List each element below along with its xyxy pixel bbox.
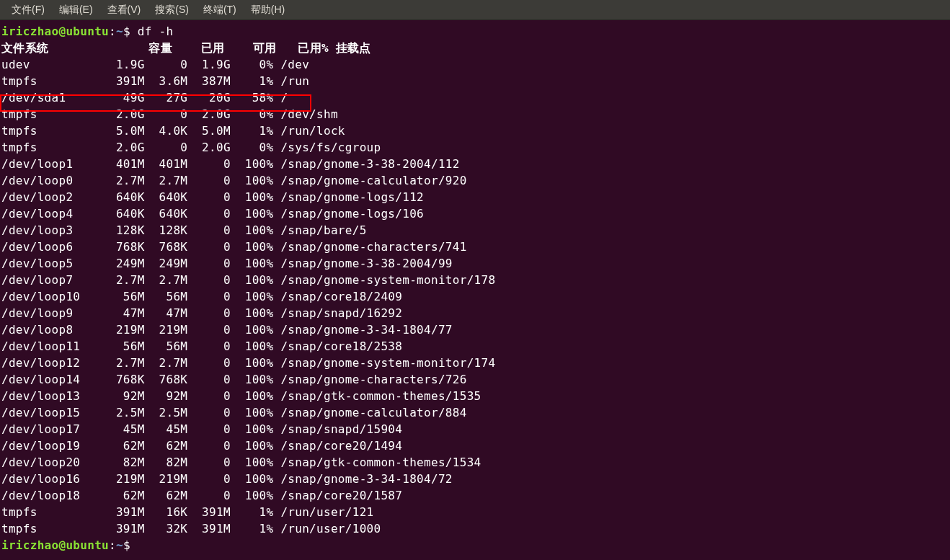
- df-row: /dev/loop2 640K 640K 0 100% /snap/gnome-…: [1, 190, 424, 204]
- prompt-symbol: $: [123, 25, 138, 38]
- df-row: /dev/loop17 45M 45M 0 100% /snap/snapd/1…: [1, 422, 402, 436]
- df-header: 文件系统 容量 已用 可用 已用% 挂载点: [1, 41, 371, 55]
- df-row: /dev/sda1 49G 27G 20G 58% /: [1, 91, 288, 105]
- prompt-sep: :: [109, 538, 116, 552]
- df-row: /dev/loop7 2.7M 2.7M 0 100% /snap/gnome-…: [1, 273, 495, 287]
- terminal-area[interactable]: iriczhao@ubuntu:~$ df -h文件系统 容量 已用 可用 已用…: [0, 20, 950, 554]
- df-row: /dev/loop16 219M 219M 0 100% /snap/gnome…: [1, 472, 453, 486]
- df-row: /dev/loop1 401M 401M 0 100% /snap/gnome-…: [1, 157, 460, 171]
- df-row: tmpfs 391M 16K 391M 1% /run/user/121: [1, 505, 374, 519]
- menu-file[interactable]: 文件(F): [4, 4, 52, 17]
- df-row: /dev/loop0 2.7M 2.7M 0 100% /snap/gnome-…: [1, 174, 467, 187]
- prompt-user-host: iriczhao@ubuntu: [1, 25, 109, 38]
- df-row: /dev/loop20 82M 82M 0 100% /snap/gtk-com…: [1, 455, 481, 469]
- df-row: tmpfs 391M 32K 391M 1% /run/user/1000: [1, 522, 381, 535]
- df-row: /dev/loop4 640K 640K 0 100% /snap/gnome-…: [1, 207, 424, 221]
- menu-edit[interactable]: 编辑(E): [52, 4, 100, 17]
- df-row: /dev/loop11 56M 56M 0 100% /snap/core18/…: [1, 339, 402, 353]
- prompt-path: ~: [116, 538, 123, 552]
- command-text: df -h: [138, 25, 174, 38]
- prompt-sep: :: [109, 25, 116, 38]
- df-row: /dev/loop12 2.7M 2.7M 0 100% /snap/gnome…: [1, 356, 495, 370]
- df-row: tmpfs 2.0G 0 2.0G 0% /sys/fs/cgroup: [1, 141, 381, 154]
- prompt-path: ~: [116, 25, 123, 38]
- menu-help[interactable]: 帮助(H): [244, 4, 292, 17]
- menu-search[interactable]: 搜索(S): [148, 4, 196, 17]
- df-row: /dev/loop8 219M 219M 0 100% /snap/gnome-…: [1, 323, 453, 337]
- menu-terminal[interactable]: 终端(T): [196, 4, 244, 17]
- df-row: tmpfs 5.0M 4.0K 5.0M 1% /run/lock: [1, 124, 345, 138]
- menu-view[interactable]: 查看(V): [100, 4, 148, 17]
- prompt-symbol: $: [123, 538, 130, 552]
- df-row: udev 1.9G 0 1.9G 0% /dev: [1, 58, 309, 71]
- prompt-line-idle: iriczhao@ubuntu:~$: [1, 537, 950, 554]
- df-row: /dev/loop5 249M 249M 0 100% /snap/gnome-…: [1, 257, 453, 270]
- df-row: /dev/loop14 768K 768K 0 100% /snap/gnome…: [1, 373, 467, 386]
- df-row: /dev/loop13 92M 92M 0 100% /snap/gtk-com…: [1, 389, 481, 403]
- df-row: /dev/loop18 62M 62M 0 100% /snap/core20/…: [1, 489, 402, 502]
- df-row: tmpfs 2.0G 0 2.0G 0% /dev/shm: [1, 107, 338, 121]
- prompt-line-command: iriczhao@ubuntu:~$ df -h: [1, 23, 950, 40]
- prompt-user-host: iriczhao@ubuntu: [1, 538, 109, 552]
- df-row: /dev/loop6 768K 768K 0 100% /snap/gnome-…: [1, 240, 467, 254]
- menubar: 文件(F) 编辑(E) 查看(V) 搜索(S) 终端(T) 帮助(H): [0, 0, 950, 20]
- df-row: /dev/loop3 128K 128K 0 100% /snap/bare/5: [1, 223, 367, 237]
- df-row: /dev/loop10 56M 56M 0 100% /snap/core18/…: [1, 290, 402, 303]
- df-row: /dev/loop15 2.5M 2.5M 0 100% /snap/gnome…: [1, 406, 467, 419]
- df-row: tmpfs 391M 3.6M 387M 1% /run: [1, 74, 309, 88]
- df-row: /dev/loop19 62M 62M 0 100% /snap/core20/…: [1, 439, 402, 453]
- df-row: /dev/loop9 47M 47M 0 100% /snap/snapd/16…: [1, 306, 402, 320]
